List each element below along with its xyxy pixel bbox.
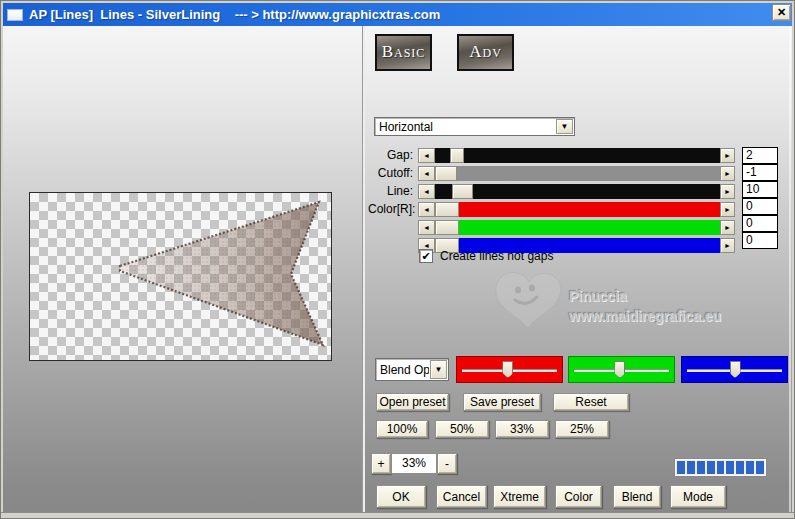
right-bevel [789, 26, 791, 512]
zoom-in-button[interactable]: + [371, 453, 391, 474]
slider-row-gap: Gap: ◄ ► [368, 148, 778, 163]
slider-label: Gap: [368, 148, 413, 163]
arrow-right-icon[interactable]: ► [720, 184, 735, 199]
zoom-out-button[interactable]: - [437, 453, 457, 474]
zoom-25-button[interactable]: 25% [555, 420, 609, 438]
create-lines-checkbox[interactable]: ✔ [419, 249, 433, 263]
arrow-left-icon[interactable]: ◄ [418, 184, 435, 199]
mode-button[interactable]: Mode [670, 485, 726, 508]
tab-basic[interactable]: Basic [375, 34, 432, 71]
plugin-window: AP [Lines] Lines - SilverLining --- > ht… [0, 0, 795, 519]
zoom-50-button[interactable]: 50% [435, 420, 489, 438]
heart-watermark-icon [489, 264, 569, 332]
image-preview[interactable] [29, 192, 332, 361]
zoom-33-button[interactable]: 33% [495, 420, 549, 438]
arrow-left-icon[interactable]: ◄ [418, 202, 435, 217]
slider-label: Cutoff: [368, 166, 413, 181]
value-field-color-r[interactable]: 0 [742, 198, 778, 215]
reset-button[interactable]: Reset [553, 393, 629, 411]
close-button[interactable]: ✕ [772, 4, 791, 21]
slider-row-line: Line: ◄ ► [368, 184, 778, 199]
zoom-value-field[interactable]: 33% [391, 453, 437, 474]
open-preset-button[interactable]: Open preset [376, 393, 449, 411]
preview-flag-graphic [30, 193, 333, 362]
value-field-cutoff[interactable]: -1 [742, 164, 778, 181]
arrow-right-icon[interactable]: ► [720, 238, 735, 253]
slider-track[interactable] [435, 202, 720, 217]
arrow-right-icon[interactable]: ► [720, 166, 735, 181]
slider-track[interactable] [435, 148, 720, 163]
window-bottom-edge [1, 512, 794, 518]
chevron-down-icon[interactable]: ▼ [556, 119, 573, 134]
arrow-right-icon[interactable]: ► [720, 148, 735, 163]
slider-row-color-r: Color[R]: ◄ ► [368, 202, 778, 217]
value-field-line[interactable]: 10 [742, 181, 778, 198]
slider-thumb[interactable] [452, 184, 473, 199]
watermark-name: Pinuccia [569, 288, 627, 304]
blend-button[interactable]: Blend [613, 485, 661, 508]
save-preset-button[interactable]: Save preset [463, 393, 541, 411]
slider-label: Color[R]: [368, 202, 413, 217]
color-button[interactable]: Color [555, 485, 602, 508]
value-field-color-g[interactable]: 0 [742, 215, 778, 232]
ok-button[interactable]: OK [376, 485, 426, 508]
green-trackbar[interactable] [568, 356, 675, 383]
slider-row-color-g: ◄ ► [368, 220, 778, 235]
panel-divider [362, 26, 365, 512]
window-title: AP [Lines] Lines - SilverLining --- > ht… [29, 7, 440, 22]
blend-options-dropdown[interactable]: Blend Opti ▼ [375, 358, 449, 381]
watermark-url: www.maidiregrafica.eu [569, 308, 721, 324]
trackbar-thumb[interactable] [614, 361, 625, 378]
slider-thumb[interactable] [435, 202, 459, 217]
slider-track[interactable] [435, 166, 720, 181]
arrow-left-icon[interactable]: ◄ [418, 166, 435, 181]
arrow-left-icon[interactable]: ◄ [418, 148, 435, 163]
create-lines-label: Create lines not gaps [440, 249, 553, 263]
blue-trackbar[interactable] [681, 356, 788, 383]
dialog-body: Basic Adv Horizontal ▼ Gap: ◄ ► Cutoff: … [3, 26, 792, 512]
cancel-button[interactable]: Cancel [436, 485, 487, 508]
orientation-dropdown[interactable]: Horizontal ▼ [374, 117, 575, 136]
slider-row-cutoff: Cutoff: ◄ ► [368, 166, 778, 181]
slider-thumb[interactable] [450, 148, 464, 163]
chevron-down-icon[interactable]: ▼ [430, 360, 447, 379]
app-icon [7, 9, 23, 21]
trackbar-thumb[interactable] [730, 361, 741, 378]
orientation-value: Horizontal [375, 120, 555, 134]
slider-label: Line: [368, 184, 413, 199]
progress-bar [675, 459, 766, 476]
blend-options-value: Blend Opti [376, 363, 429, 377]
slider-track[interactable] [435, 184, 720, 199]
slider-thumb[interactable] [435, 166, 457, 181]
value-field-gap[interactable]: 2 [742, 147, 778, 164]
slider-track[interactable] [435, 220, 720, 235]
title-bar[interactable]: AP [Lines] Lines - SilverLining --- > ht… [3, 3, 792, 26]
red-trackbar[interactable] [456, 356, 563, 383]
tab-adv[interactable]: Adv [457, 34, 514, 71]
slider-thumb[interactable] [435, 220, 459, 235]
arrow-right-icon[interactable]: ► [720, 220, 735, 235]
value-field-color-b[interactable]: 0 [742, 232, 778, 249]
arrow-left-icon[interactable]: ◄ [418, 220, 435, 235]
xtreme-button[interactable]: Xtreme [493, 485, 546, 508]
trackbar-thumb[interactable] [502, 361, 513, 378]
arrow-right-icon[interactable]: ► [720, 202, 735, 217]
zoom-100-button[interactable]: 100% [376, 420, 428, 438]
